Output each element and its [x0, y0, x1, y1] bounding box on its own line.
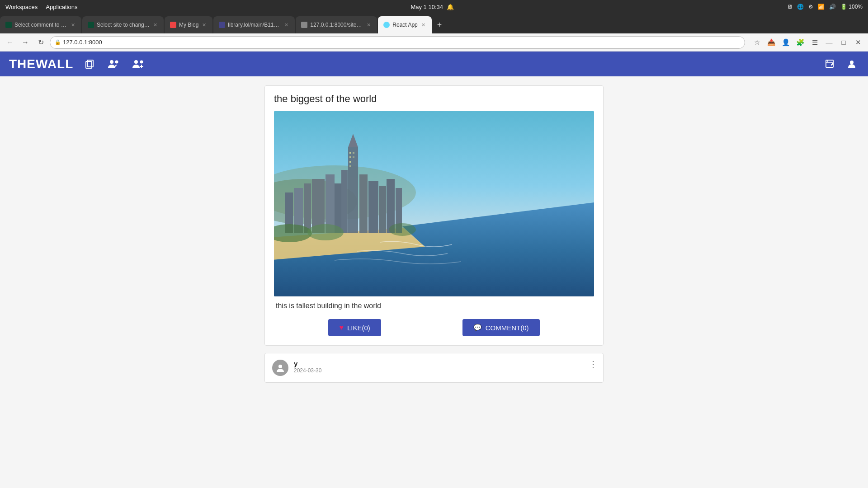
- datetime-label: May 1 10:34: [410, 4, 443, 10]
- address-text: 127.0.0.1:8000: [63, 39, 740, 46]
- bell-icon: 🔔: [447, 4, 454, 10]
- comment-date: 2024-03-30: [294, 367, 596, 374]
- tab-label-react-app: React App: [392, 22, 417, 28]
- avatar: [272, 360, 288, 376]
- tab-label-library: library.lol/main/B11336AF58D5: [228, 22, 281, 28]
- svg-point-37: [307, 224, 344, 240]
- tab-favicon-myblog: [170, 22, 176, 28]
- tab-close-library[interactable]: ✕: [283, 21, 289, 29]
- lock-icon: 🔒: [55, 39, 61, 45]
- account-sync-button[interactable]: 👤: [779, 36, 792, 49]
- pocket-button[interactable]: 📥: [765, 36, 778, 49]
- tab-label-django-comment: Select comment to change | D: [14, 22, 67, 28]
- close-button[interactable]: ✕: [852, 36, 864, 49]
- svg-point-3: [115, 60, 118, 63]
- app-logo: THEWALL: [9, 57, 73, 71]
- address-bar-row: ← → ↻ 🔒 127.0.0.1:8000 ☆ 📥 👤 🧩 ☰ — □ ✕: [0, 33, 868, 52]
- comment-author: y: [294, 360, 596, 367]
- svg-rect-31: [353, 152, 354, 154]
- maximize-button[interactable]: □: [837, 36, 850, 49]
- svg-point-38: [389, 223, 416, 236]
- heart-icon: ♥: [339, 324, 344, 332]
- svg-point-5: [140, 60, 143, 63]
- post-title: the biggest of the world: [274, 93, 594, 105]
- settings-icon: ⚙: [808, 4, 813, 10]
- tab-favicon-sitemap: [301, 22, 307, 28]
- tab-label-myblog: My Blog: [179, 22, 198, 28]
- svg-rect-32: [349, 156, 351, 158]
- os-bar-left: Workspaces Applications: [5, 4, 77, 10]
- menu-button[interactable]: ☰: [808, 36, 821, 49]
- post-card: the biggest of the world: [264, 85, 604, 346]
- svg-point-9: [850, 61, 854, 64]
- extensions-button[interactable]: 🧩: [794, 36, 807, 49]
- svg-rect-21: [341, 170, 348, 233]
- comment-menu-button[interactable]: ⋮: [589, 359, 598, 370]
- tab-myblog[interactable]: My Blog ✕: [165, 16, 212, 33]
- tab-django-comment[interactable]: Select comment to change | D ✕: [0, 16, 81, 33]
- address-bar[interactable]: 🔒 127.0.0.1:8000: [50, 36, 745, 49]
- tab-django-site[interactable]: Select site to change | Django ✕: [82, 16, 164, 33]
- volume-icon: 🔊: [829, 4, 836, 10]
- tab-close-react-app[interactable]: ✕: [420, 21, 426, 29]
- svg-rect-22: [359, 174, 368, 233]
- compose-icon[interactable]: [823, 57, 837, 71]
- svg-point-2: [110, 60, 113, 64]
- tab-label-sitemap: 127.0.0.1:8000/sitemap.xml: [310, 22, 363, 28]
- nav-right-icons: [823, 57, 859, 71]
- wifi-icon: 📶: [818, 4, 825, 10]
- friends-icon[interactable]: [106, 57, 121, 71]
- comment-icon: 💬: [473, 324, 482, 332]
- svg-rect-23: [368, 181, 378, 233]
- post-description: this is tallest building in the world: [274, 302, 594, 310]
- applications-label[interactable]: Applications: [46, 4, 77, 10]
- svg-rect-35: [349, 165, 351, 167]
- tab-react-app[interactable]: React App ✕: [378, 16, 431, 33]
- svg-point-4: [134, 60, 138, 64]
- tab-favicon-library: [219, 22, 225, 28]
- back-button[interactable]: ←: [4, 36, 16, 49]
- svg-rect-28: [304, 183, 311, 233]
- battery-icon: 🔋 100%: [840, 4, 863, 10]
- workspaces-label[interactable]: Workspaces: [5, 4, 38, 10]
- tab-favicon-django-site: [88, 22, 94, 28]
- tab-sitemap[interactable]: 127.0.0.1:8000/sitemap.xml ✕: [296, 16, 377, 33]
- app-content: THEWALL: [0, 52, 868, 488]
- post-actions: ♥ LIKE(0) 💬 COMMENT(0): [274, 319, 594, 336]
- copy-posts-icon[interactable]: [82, 57, 97, 71]
- os-topbar: Workspaces Applications May 1 10:34 🔔 🖥 …: [0, 0, 868, 14]
- app-navbar: THEWALL: [0, 52, 868, 76]
- add-friends-icon[interactable]: [130, 57, 146, 71]
- forward-button[interactable]: →: [19, 36, 32, 49]
- comment-card: y 2024-03-30 ⋮: [264, 353, 604, 383]
- tab-library[interactable]: library.lol/main/B11336AF58D5 ✕: [213, 16, 295, 33]
- browser-toolbar-icons: ☆ 📥 👤 🧩 ☰ — □ ✕: [750, 36, 864, 49]
- tab-bar: Select comment to change | D ✕ Select si…: [0, 14, 868, 33]
- svg-rect-33: [353, 156, 354, 158]
- network-icon: 🌐: [797, 4, 804, 10]
- tab-close-django-site[interactable]: ✕: [152, 21, 158, 29]
- tab-close-sitemap[interactable]: ✕: [366, 21, 372, 29]
- bookmark-button[interactable]: ☆: [750, 36, 763, 49]
- svg-point-39: [278, 365, 282, 368]
- tab-close-myblog[interactable]: ✕: [201, 21, 207, 29]
- minimize-button[interactable]: —: [823, 36, 835, 49]
- reload-button[interactable]: ↻: [34, 36, 47, 49]
- os-bar-right: 🖥 🌐 ⚙ 📶 🔊 🔋 100%: [787, 4, 863, 10]
- tab-favicon-react: [383, 22, 390, 28]
- svg-rect-30: [349, 152, 351, 154]
- window-icon: 🖥: [787, 4, 793, 10]
- post-image: [274, 111, 594, 296]
- new-tab-button[interactable]: +: [433, 16, 447, 33]
- like-label: LIKE(0): [347, 324, 370, 332]
- comment-body: y 2024-03-30: [294, 360, 596, 374]
- page-main: the biggest of the world: [0, 76, 868, 488]
- svg-rect-34: [349, 161, 351, 163]
- svg-rect-16: [348, 147, 358, 233]
- feed-container: the biggest of the world: [264, 85, 604, 479]
- like-button[interactable]: ♥ LIKE(0): [328, 319, 381, 336]
- comment-button[interactable]: 💬 COMMENT(0): [462, 319, 540, 336]
- svg-rect-24: [379, 186, 386, 233]
- tab-close-django-comment[interactable]: ✕: [70, 21, 76, 29]
- account-icon[interactable]: [844, 57, 859, 71]
